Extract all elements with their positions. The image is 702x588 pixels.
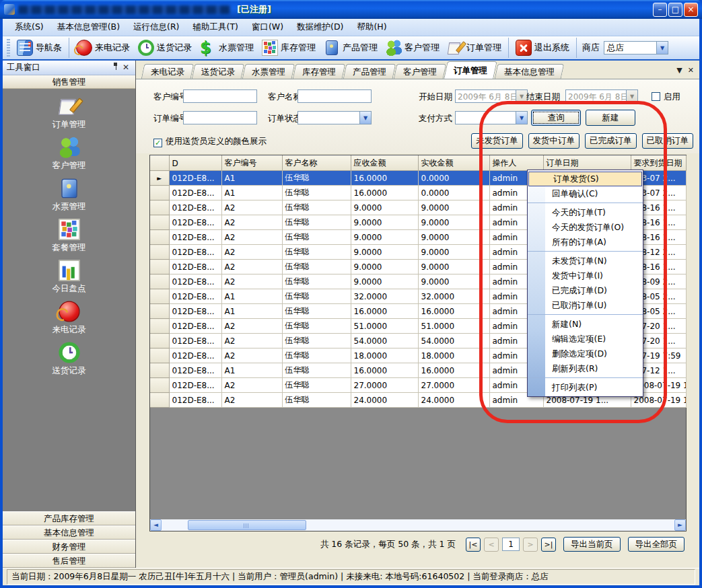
menu-item[interactable]: 系统(S) xyxy=(8,19,50,36)
context-menu-item[interactable]: 未发货订单(N) xyxy=(528,254,643,268)
grid-header-customer-name[interactable]: 客户名称 xyxy=(282,156,351,171)
export-all-pages-button[interactable]: 导出全部页 xyxy=(628,537,685,552)
sidebar-item[interactable]: 订单管理 xyxy=(52,98,86,131)
context-menu-item[interactable]: 发货中订单(I) xyxy=(528,268,643,283)
sidebar-group-button[interactable]: 基本信息管理 xyxy=(3,525,135,540)
context-menu-item[interactable]: 回单确认(C) xyxy=(528,186,643,203)
grid-header-operator[interactable]: 操作人 xyxy=(489,156,543,171)
order-status-filter-button[interactable]: 已取消订单 xyxy=(642,133,694,149)
chevron-down-icon[interactable]: ▼ xyxy=(676,66,682,75)
start-date-picker[interactable]: 2009年 6月 8日▼ xyxy=(455,89,528,103)
enable-checkbox[interactable] xyxy=(652,92,660,101)
grid-header-received[interactable]: 实收金额 xyxy=(418,156,489,171)
chevron-down-icon[interactable]: ▼ xyxy=(656,42,668,54)
row-selector-cell[interactable] xyxy=(150,304,169,319)
document-tab[interactable]: 库存管理 xyxy=(293,64,346,79)
row-selector-cell[interactable] xyxy=(150,378,169,393)
row-selector-cell[interactable] xyxy=(150,363,169,378)
order-status-select[interactable]: ▼ xyxy=(297,111,372,124)
export-current-page-button[interactable]: 导出当前页 xyxy=(563,537,621,552)
sidebar-item[interactable]: 今日盘点 xyxy=(52,262,86,295)
end-date-picker[interactable]: 2009年 6月 8日▼ xyxy=(565,89,638,103)
first-page-button[interactable]: |< xyxy=(466,538,481,552)
scroll-right-icon[interactable]: ► xyxy=(674,519,686,531)
query-button[interactable]: 查询 xyxy=(531,110,581,126)
sidebar-item[interactable]: 来电记录 xyxy=(52,303,86,336)
maximize-button[interactable]: □ xyxy=(668,3,682,17)
toolbar-button[interactable]: 来电记录 xyxy=(72,38,134,58)
menu-item[interactable]: 窗口(W) xyxy=(245,19,290,36)
document-tab[interactable]: 产品管理 xyxy=(343,64,396,79)
sidebar-item[interactable]: 客户管理 xyxy=(52,139,86,172)
scrollbar-thumb[interactable] xyxy=(188,520,306,530)
row-selector-cell[interactable] xyxy=(150,245,169,260)
customer-code-input[interactable] xyxy=(183,89,257,103)
document-tab[interactable]: 送货记录 xyxy=(192,64,245,79)
toolbar-button[interactable]: 产品管理 xyxy=(320,38,382,58)
toolbar-button[interactable]: 导航条 xyxy=(13,38,69,58)
context-menu-item[interactable]: 编辑选定项(E) xyxy=(528,332,643,346)
menu-item[interactable]: 基本信息管理(B) xyxy=(50,19,127,36)
document-tab[interactable]: 来电记录 xyxy=(141,64,195,79)
color-checkbox[interactable]: ✓ xyxy=(153,139,162,147)
menu-item[interactable]: 帮助(H) xyxy=(350,19,393,36)
toolbar-button[interactable]: 水票管理 xyxy=(196,38,258,58)
chevron-down-icon[interactable]: ▼ xyxy=(626,90,637,102)
last-page-button[interactable]: >| xyxy=(541,538,556,552)
sidebar-item[interactable]: 水票管理 xyxy=(52,180,86,213)
document-tab[interactable]: 水票管理 xyxy=(242,64,295,79)
shop-select[interactable]: 总店 ▼ xyxy=(604,41,668,54)
horizontal-scrollbar[interactable]: ◄ ► xyxy=(150,519,686,531)
close-button[interactable]: × xyxy=(684,3,698,17)
grid-header-receivable[interactable]: 应收金额 xyxy=(351,156,418,171)
document-tab[interactable]: 客户管理 xyxy=(394,64,447,79)
context-menu-item[interactable]: 新建(N) xyxy=(528,317,643,332)
close-icon[interactable]: ✕ xyxy=(120,63,131,73)
context-menu-item[interactable]: 已完成订单(D) xyxy=(528,283,643,298)
document-tab[interactable]: 订单管理 xyxy=(444,61,497,79)
context-menu-item[interactable]: 已取消订单(U) xyxy=(528,298,643,315)
context-menu-item[interactable]: 刷新列表(R) xyxy=(528,361,643,378)
document-tab[interactable]: 基本信息管理 xyxy=(495,64,565,79)
context-menu-item[interactable]: 打印列表(P) xyxy=(528,380,643,395)
context-menu-item[interactable]: 订单发货(S) xyxy=(528,172,642,186)
row-selector-cell[interactable] xyxy=(150,393,169,408)
toolbar-button[interactable]: 送货记录 xyxy=(134,38,196,58)
grid-header-customer-code[interactable]: 客户编号 xyxy=(221,156,282,171)
chevron-down-icon[interactable]: ▼ xyxy=(516,112,527,124)
row-selector-cell[interactable] xyxy=(150,260,169,274)
grid-header-order-date[interactable]: 订单日期 xyxy=(543,156,631,171)
page-number-input[interactable] xyxy=(502,538,520,551)
toolbar-button[interactable]: 退出系统 xyxy=(512,38,577,58)
customer-name-input[interactable] xyxy=(297,89,372,103)
pin-icon[interactable] xyxy=(110,63,120,73)
pay-method-select[interactable]: ▼ xyxy=(455,111,528,124)
sidebar-group-sales[interactable]: 销售管理 xyxy=(3,75,135,89)
close-icon[interactable]: ✕ xyxy=(688,66,694,75)
grid-header-required-date[interactable]: 要求到货日期 xyxy=(631,156,686,171)
toolbar-button[interactable]: 客户管理 xyxy=(382,38,444,58)
minimize-button[interactable]: – xyxy=(653,3,667,17)
context-menu-item[interactable]: 删除选定项(D) xyxy=(528,346,643,361)
sidebar-group-button[interactable]: 财务管理 xyxy=(3,540,135,554)
row-selector-cell[interactable] xyxy=(150,171,169,186)
row-selector-cell[interactable] xyxy=(150,289,169,304)
context-menu-item[interactable]: 今天的订单(T) xyxy=(528,205,643,220)
context-menu-item[interactable]: 所有的订单(A) xyxy=(528,235,643,252)
order-status-filter-button[interactable]: 未发货订单 xyxy=(471,133,523,149)
new-button[interactable]: 新建 xyxy=(586,110,635,126)
menu-item[interactable]: 数据维护(D) xyxy=(290,19,350,36)
row-selector-cell[interactable] xyxy=(150,230,169,245)
order-status-filter-button[interactable]: 已完成订单 xyxy=(585,133,637,149)
toolbar-button[interactable]: 订单管理 xyxy=(444,38,509,58)
scroll-left-icon[interactable]: ◄ xyxy=(150,519,162,531)
toolbar-button[interactable]: 库存管理 xyxy=(258,38,320,58)
row-selector-cell[interactable] xyxy=(150,200,169,215)
sidebar-item[interactable]: 送货记录 xyxy=(52,344,86,377)
menu-item[interactable]: 辅助工具(T) xyxy=(186,19,245,36)
row-selector-cell[interactable] xyxy=(150,319,169,334)
sidebar-group-button[interactable]: 售后管理 xyxy=(3,554,135,568)
grid-header-id[interactable]: D xyxy=(169,156,221,171)
row-selector-cell[interactable] xyxy=(150,274,169,289)
chevron-down-icon[interactable]: ▼ xyxy=(516,90,527,102)
